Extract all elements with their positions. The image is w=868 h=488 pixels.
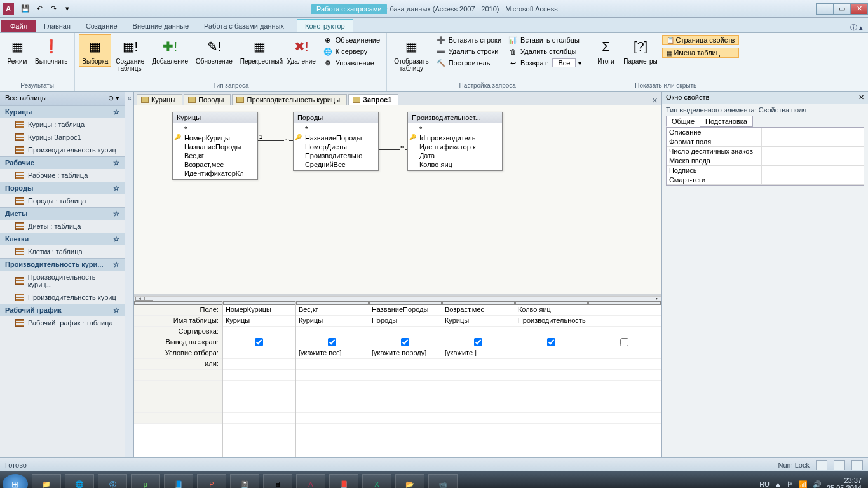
table-cell[interactable]: Курицы (442, 316, 515, 327)
totals-button[interactable]: ΣИтоги (592, 34, 619, 67)
minimize-button[interactable]: — (816, 3, 834, 15)
show-checkbox[interactable] (255, 338, 263, 346)
ribbon-minimize-icon[interactable]: ⓘ ▴ (845, 23, 868, 32)
restore-button[interactable]: ▭ (833, 3, 851, 15)
taskbar-item[interactable]: 📓 (230, 474, 259, 488)
property-value[interactable] (762, 147, 864, 156)
sort-cell[interactable] (442, 327, 515, 337)
collapse-icon[interactable]: ☆ (113, 108, 119, 116)
navpane-category[interactable]: Клетки☆ (0, 233, 125, 245)
table-box[interactable]: Производительност... *Id производительИд… (407, 112, 503, 171)
show-checkbox[interactable] (401, 338, 409, 346)
tablenames-toggle[interactable]: ▦ Имена таблиц (662, 48, 740, 58)
qat-customize-icon[interactable]: ▾ (61, 3, 74, 15)
show-cell[interactable] (223, 337, 295, 348)
grid-column[interactable] (588, 301, 661, 458)
show-cell[interactable] (515, 337, 588, 348)
show-checkbox[interactable] (474, 338, 482, 346)
action-center-icon[interactable]: 🏳 (787, 480, 794, 488)
property-row[interactable]: Число десятичных знаков (667, 147, 864, 156)
propsheet-tab[interactable]: Подстановка (700, 116, 753, 127)
or-cell[interactable] (442, 359, 515, 370)
field-cell[interactable]: Колво яиц (515, 305, 588, 316)
delete-query-button[interactable]: ✖!Удаление (284, 34, 319, 67)
criteria-cell[interactable]: [укажите породу] (369, 348, 442, 359)
field-item[interactable]: Идентификатор к (408, 142, 502, 151)
collapse-icon[interactable]: ☆ (113, 184, 119, 193)
ribbon-tab[interactable]: Создание (78, 20, 125, 32)
parameters-button[interactable]: [?]Параметры (620, 34, 660, 67)
field-cell[interactable]: НомерКурицы (223, 305, 295, 316)
navpane-item[interactable]: Курицы : таблица (0, 118, 125, 131)
passthrough-button[interactable]: 🌐К серверу (320, 46, 383, 57)
field-item[interactable]: Дата (408, 151, 502, 160)
criteria-cell[interactable]: [укажите | (442, 348, 515, 359)
navpane-category[interactable]: Породы☆ (0, 182, 125, 194)
taskbar-item[interactable]: A (296, 474, 325, 488)
table-cell[interactable]: Курицы (223, 316, 295, 327)
start-button[interactable]: ⊞ (3, 474, 28, 488)
property-row[interactable]: Смарт-теги (667, 175, 864, 185)
save-icon[interactable]: 💾 (19, 3, 32, 15)
field-cell[interactable]: Возраст,мес (442, 305, 515, 316)
datasheet-view-button[interactable] (816, 460, 827, 470)
criteria-cell[interactable] (515, 348, 588, 359)
or-cell[interactable] (588, 359, 661, 370)
sort-cell[interactable] (369, 327, 442, 337)
property-value[interactable] (762, 137, 864, 146)
criteria-cell[interactable] (588, 348, 661, 359)
ribbon-tab-active[interactable]: Конструктор (297, 19, 353, 32)
navpane-category[interactable]: Производительность кури...☆ (0, 258, 125, 271)
navpane-category[interactable]: Рабочий график☆ (0, 304, 125, 316)
navpane-collapse[interactable]: « (125, 92, 134, 458)
criteria-cell[interactable]: [укажите вес] (296, 348, 369, 359)
property-value[interactable] (762, 166, 864, 175)
field-item[interactable]: НазваниеПороды (173, 142, 257, 151)
document-tab[interactable]: Породы (184, 94, 231, 105)
design-view-button[interactable] (851, 460, 863, 470)
table-cell[interactable]: Породы (369, 316, 442, 327)
show-cell[interactable] (296, 337, 369, 348)
taskbar-item[interactable]: µ (131, 474, 160, 488)
collapse-icon[interactable]: ☆ (113, 235, 119, 243)
field-cell[interactable]: Вес,кг (296, 305, 369, 316)
table-cell[interactable] (588, 316, 661, 327)
field-item[interactable]: Производительно (294, 151, 378, 160)
field-cell[interactable] (588, 305, 661, 316)
delete-rows-button[interactable]: ➖Удалить строки (433, 46, 504, 57)
taskbar-item[interactable]: 📹 (428, 474, 458, 488)
field-item[interactable]: * (408, 125, 502, 133)
network-icon[interactable]: 📶 (799, 480, 808, 489)
show-checkbox[interactable] (620, 338, 628, 346)
propertysheet-toggle[interactable]: 📋 Страница свойств (662, 35, 740, 45)
property-row[interactable]: Формат поля (667, 137, 864, 147)
field-item[interactable]: Колво яиц (408, 160, 502, 169)
navpane-item[interactable]: Производительность куриц (0, 291, 125, 304)
grid-column[interactable]: Вес,кг Курицы [укажите вес] (296, 301, 369, 458)
tray-icon[interactable]: ▲ (775, 480, 782, 488)
sort-cell[interactable] (296, 327, 369, 337)
property-row[interactable]: Описание (667, 128, 864, 137)
field-item[interactable]: * (173, 125, 257, 133)
propsheet-tab[interactable]: Общие (666, 116, 700, 127)
taskbar-item[interactable]: X (362, 474, 391, 488)
show-checkbox[interactable] (328, 338, 336, 346)
navpane-header[interactable]: Все таблицы⊙ ▾ (0, 92, 125, 105)
document-tab[interactable]: Производительность курицы (232, 94, 347, 105)
navpane-item[interactable]: Породы : таблица (0, 194, 125, 207)
document-tab[interactable]: Запрос1 (348, 94, 398, 105)
crosstab-button[interactable]: ▦Перекрестный (237, 34, 283, 67)
field-item[interactable]: СреднийВес (294, 160, 378, 169)
run-button[interactable]: ❗Выполнить (32, 34, 71, 67)
grid-column[interactable]: Колво яиц Производительность (515, 301, 588, 458)
ribbon-tab[interactable]: Работа с базами данных (196, 20, 292, 32)
taskbar-item[interactable]: 📘 (164, 474, 193, 488)
sort-cell[interactable] (223, 327, 295, 337)
field-item[interactable]: Вес,кг (173, 151, 257, 160)
property-row[interactable]: Подпись (667, 166, 864, 175)
collapse-icon[interactable]: ☆ (113, 261, 119, 269)
collapse-icon[interactable]: ☆ (113, 306, 119, 315)
chevron-down-icon[interactable]: ⊙ ▾ (108, 94, 119, 102)
show-cell[interactable] (442, 337, 515, 348)
datadef-button[interactable]: ⚙Управление (320, 57, 383, 69)
